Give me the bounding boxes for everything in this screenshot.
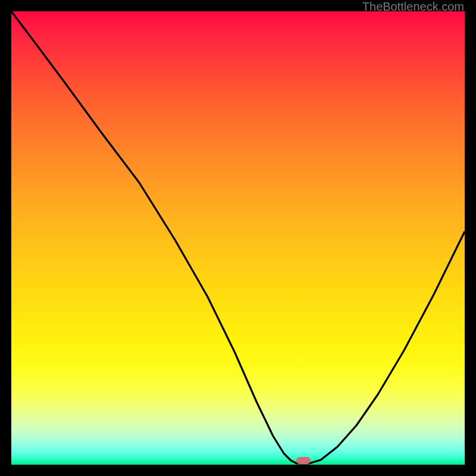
plot-area <box>11 11 465 465</box>
heat-gradient <box>11 11 465 465</box>
chart-frame: TheBottleneck.com <box>0 0 476 476</box>
watermark-text: TheBottleneck.com <box>362 0 464 14</box>
